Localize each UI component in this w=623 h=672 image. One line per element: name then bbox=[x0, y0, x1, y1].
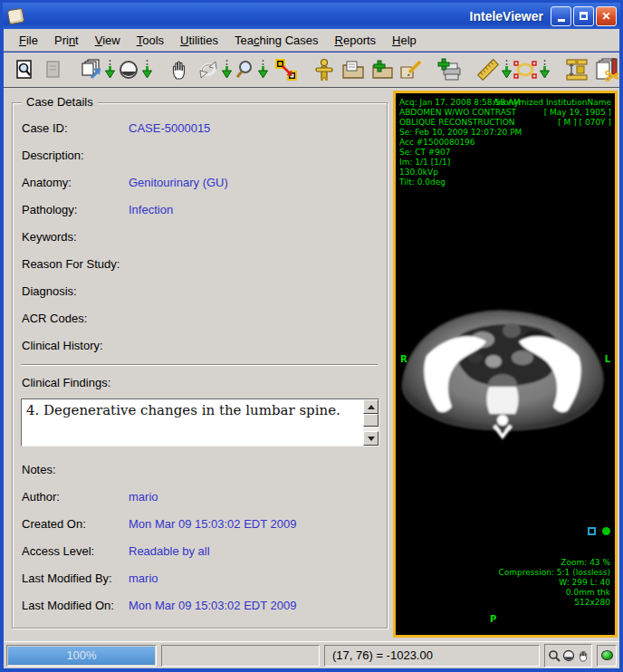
field-row-diagnosis: Diagnosis: bbox=[22, 277, 387, 304]
layout-dropdown-button[interactable] bbox=[104, 57, 117, 82]
refresh-icon bbox=[196, 59, 220, 81]
add-print-button[interactable] bbox=[436, 57, 462, 82]
teaching-case-button[interactable] bbox=[594, 57, 619, 82]
open-case-button[interactable] bbox=[340, 57, 365, 82]
zoom-tool-button[interactable] bbox=[233, 57, 257, 82]
add-to-case-button[interactable] bbox=[369, 57, 394, 82]
field-label: Diagnosis: bbox=[22, 284, 129, 298]
ellipse-roi-button[interactable] bbox=[513, 57, 538, 82]
browse-studies-icon bbox=[14, 59, 35, 81]
status-zoom-button[interactable] bbox=[547, 648, 561, 664]
menu-file[interactable]: File bbox=[11, 31, 46, 50]
field-value: CASE-5000015 bbox=[129, 121, 210, 135]
field-value: Readable by all bbox=[129, 544, 210, 558]
status-pan-button[interactable] bbox=[576, 648, 589, 664]
field-value: Mon Mar 09 15:03:02 EDT 2009 bbox=[129, 599, 297, 612]
window-level-dropdown-button[interactable] bbox=[141, 57, 154, 82]
case-fields: Case ID: CASE-5000015 Description: Anato… bbox=[13, 103, 387, 359]
menu-reports[interactable]: Reports bbox=[327, 31, 385, 50]
field-value: Genitourinary (GU) bbox=[129, 176, 228, 189]
scroll-down-button[interactable] bbox=[363, 431, 379, 446]
menu-print[interactable]: Print bbox=[46, 31, 87, 50]
scroll-up-icon bbox=[368, 405, 375, 409]
edit-note-button[interactable] bbox=[398, 57, 423, 82]
ellipse-roi-icon bbox=[513, 59, 538, 81]
key-image-button[interactable] bbox=[312, 57, 337, 82]
dropdown-arrow-icon bbox=[221, 59, 233, 81]
series-layout-button[interactable] bbox=[80, 57, 104, 82]
field-label: Author: bbox=[22, 490, 129, 504]
zoom-magnifier-icon bbox=[234, 59, 255, 81]
field-row-clinical-history: Clinical History: bbox=[22, 331, 387, 359]
minimize-button[interactable] bbox=[551, 6, 571, 26]
clinical-findings-text: 4. Degenerative changes in the lumbar sp… bbox=[26, 402, 359, 418]
field-label: Created On: bbox=[22, 517, 129, 531]
orientation-marker-posterior: P bbox=[490, 614, 496, 624]
field-row-reason: Reason For Study: bbox=[22, 250, 387, 277]
title-bar[interactable]: InteleViewer ✕ bbox=[3, 3, 620, 29]
overlay-line: Tilt: 0.0deg bbox=[399, 178, 522, 187]
menu-tools[interactable]: Tools bbox=[129, 31, 172, 50]
field-row-access-level: Access Level: Readable by all bbox=[22, 537, 387, 564]
calipers-icon bbox=[564, 57, 589, 82]
progress-label: 100% bbox=[7, 646, 156, 666]
case-meta-fields: Notes: Author: mario Created On: Mon Mar… bbox=[13, 446, 387, 619]
field-value: Infection bbox=[129, 203, 173, 216]
scroll-thumb[interactable] bbox=[363, 414, 379, 427]
overlay-status-icons bbox=[499, 527, 610, 535]
section-divider bbox=[21, 364, 378, 366]
field-row-last-modified-on: Last Modified On: Mon Mar 09 15:03:02 ED… bbox=[22, 591, 387, 619]
pan-tool-button[interactable] bbox=[168, 57, 192, 82]
dropdown-arrow-icon bbox=[539, 59, 551, 81]
menu-teaching-cases[interactable]: Teaching Cases bbox=[226, 31, 327, 50]
add-to-case-folder-icon bbox=[370, 59, 394, 81]
field-label: Reason For Study: bbox=[22, 257, 129, 271]
inteleviewer-window: { "window": { "title": "InteleViewer" },… bbox=[0, 0, 623, 672]
scroll-up-button[interactable] bbox=[363, 399, 379, 414]
status-window-level-button[interactable] bbox=[561, 648, 575, 664]
maximize-icon bbox=[580, 12, 588, 20]
menu-view[interactable]: View bbox=[87, 31, 129, 50]
dicom-overlay-bottom-right: Zoom: 43 %Compression: 5:1 (lossless)W: … bbox=[499, 507, 610, 628]
case-details-groupbox: Case Details Case ID: CASE-5000015 Descr… bbox=[12, 102, 388, 629]
open-case-folder-icon bbox=[341, 59, 365, 81]
link-stacks-button[interactable] bbox=[273, 57, 298, 82]
overlay-line: W: 299 L: 40 bbox=[499, 578, 610, 588]
maximize-button[interactable] bbox=[573, 6, 594, 26]
field-label: Anatomy: bbox=[22, 176, 129, 189]
findings-scrollbar[interactable] bbox=[363, 399, 379, 446]
menu-help[interactable]: Help bbox=[384, 31, 425, 50]
field-value: mario bbox=[129, 490, 158, 504]
close-button[interactable]: ✕ bbox=[596, 6, 617, 26]
pan-hand-icon bbox=[577, 649, 589, 662]
browse-studies-button[interactable] bbox=[13, 57, 37, 82]
field-label: Pathology: bbox=[22, 203, 129, 216]
field-label: Last Modified On: bbox=[22, 599, 129, 612]
field-label: ACR Codes: bbox=[22, 312, 129, 325]
image-viewport[interactable]: Acq: Jan 17, 2008 8:58:58 AMABDOMEN W/WO… bbox=[393, 91, 618, 638]
overlay-line: 130.0kVp bbox=[399, 168, 522, 178]
refresh-dropdown-button[interactable] bbox=[220, 57, 233, 82]
measure-dropdown-button[interactable] bbox=[501, 57, 513, 82]
key-image-icon bbox=[313, 58, 335, 82]
app-icon bbox=[7, 7, 25, 24]
clinical-findings-textarea[interactable]: 4. Degenerative changes in the lumbar sp… bbox=[21, 398, 379, 446]
overlay-line: Se: CT #907 bbox=[399, 148, 522, 158]
toolbar bbox=[4, 53, 619, 88]
calipers-button[interactable] bbox=[564, 57, 589, 82]
dropdown-arrow-icon bbox=[257, 59, 269, 81]
zoom-dropdown-button[interactable] bbox=[257, 57, 270, 82]
roi-dropdown-button[interactable] bbox=[538, 57, 551, 82]
refresh-button[interactable] bbox=[196, 57, 220, 82]
menu-utilities[interactable]: Utilities bbox=[172, 31, 226, 50]
overlay-line: Anonymized InstitutionName bbox=[493, 98, 611, 108]
dropdown-arrow-icon bbox=[104, 59, 116, 81]
window-level-button[interactable] bbox=[117, 57, 141, 82]
overlay-line: Se: Feb 10, 2009 12:07:20 PM bbox=[399, 128, 522, 138]
orientation-marker-right: R bbox=[400, 354, 407, 364]
ruler-button[interactable] bbox=[476, 57, 501, 82]
progress-bar: 100% bbox=[6, 645, 157, 667]
field-row-last-modified-by: Last Modified By: mario bbox=[22, 564, 387, 591]
field-label: Keywords: bbox=[22, 230, 129, 244]
teaching-books-icon bbox=[594, 57, 619, 82]
